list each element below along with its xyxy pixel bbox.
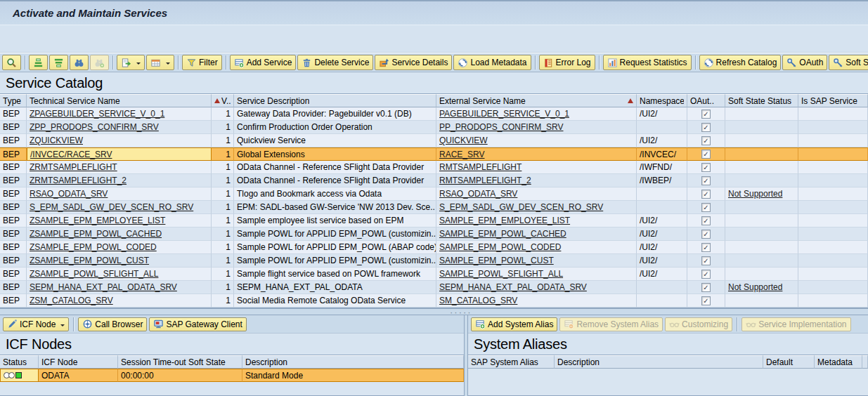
col-header-v[interactable]: V.. bbox=[212, 94, 234, 107]
soft-state-button[interactable]: Soft State bbox=[829, 55, 868, 70]
service-row[interactable]: BEPZQUICKVIEW1Quickview ServiceQUICKVIEW… bbox=[0, 134, 868, 147]
service-row[interactable]: BEPZPP_PRODOPS_CONFIRM_SRV1Confirm Produ… bbox=[0, 121, 868, 134]
col-header-service-description[interactable]: Service Description bbox=[234, 94, 436, 107]
service-row[interactable]: BEPZSAMPLE_POWL_SFLIGHT_ALL1Sample fligh… bbox=[0, 268, 868, 281]
oauth-checkbox[interactable]: ✓ bbox=[701, 283, 711, 292]
external-service-link[interactable]: RACE_SRV bbox=[439, 150, 484, 159]
oauth-checkbox[interactable]: ✓ bbox=[701, 123, 711, 132]
oauth-checkbox[interactable]: ✓ bbox=[701, 163, 711, 172]
external-service-link[interactable]: PAGEBUILDER_SERVICE_V_0_1 bbox=[439, 109, 569, 119]
technical-service-link[interactable]: ZQUICKVIEW bbox=[30, 136, 83, 145]
service-row[interactable]: BEPSEPM_HANA_EXT_PAL_ODATA_SRV1SEPM_HANA… bbox=[0, 281, 868, 294]
load-metadata-button[interactable]: Load Metadata bbox=[453, 55, 531, 70]
oauth-checkbox[interactable]: ✓ bbox=[701, 136, 711, 145]
technical-service-link[interactable]: ZRMTSAMPLEFLIGHT_2 bbox=[30, 176, 127, 185]
col-header-metadata[interactable]: Metadata bbox=[815, 355, 862, 369]
technical-service-link[interactable]: ZPP_PRODOPS_CONFIRM_SRV bbox=[30, 122, 159, 132]
external-service-link[interactable]: SAMPLE_EPM_POWL_CACHED bbox=[439, 229, 566, 239]
external-service-link[interactable]: SM_CATALOG_SRV bbox=[439, 296, 517, 305]
oauth-checkbox[interactable]: ✓ bbox=[701, 230, 711, 239]
col-header-icf-node[interactable]: ICF Node bbox=[39, 355, 118, 369]
col-header-col[interactable] bbox=[862, 355, 868, 369]
external-service-link[interactable]: PP_PRODOPS_CONFIRM_SRV bbox=[439, 122, 564, 132]
technical-service-link[interactable]: ZSM_CATALOG_SRV bbox=[30, 296, 113, 305]
technical-service-link[interactable]: SEPM_HANA_EXT_PAL_ODATA_SRV bbox=[30, 282, 177, 292]
add-service-button[interactable]: Add Service bbox=[230, 55, 297, 70]
oauth-checkbox[interactable]: ✓ bbox=[701, 270, 711, 279]
service-row[interactable]: BEP/INVCEC/RACE_SRV1Global ExtensionsRAC… bbox=[0, 147, 868, 161]
technical-service-link[interactable]: RSAO_ODATA_SRV bbox=[30, 189, 108, 199]
external-service-link[interactable]: SAMPLE_EPM_POWL_CODED bbox=[439, 242, 561, 252]
col-header-status[interactable]: Status bbox=[0, 355, 39, 369]
icf-node-button[interactable]: ICF Node bbox=[3, 317, 69, 331]
external-service-link[interactable]: SAMPLE_POWL_SFLIGHT_ALL bbox=[439, 269, 563, 279]
error-log-button[interactable]: Error Log bbox=[539, 55, 595, 70]
service-row[interactable]: BEPZSAMPLE_EPM_POWL_CODED1Sample POWL fo… bbox=[0, 241, 868, 254]
soft-state-link[interactable]: Not Supported bbox=[728, 282, 782, 292]
oauth-checkbox[interactable]: ✓ bbox=[701, 216, 711, 225]
technical-service-link[interactable]: ZSAMPLE_EPM_POWL_CODED bbox=[30, 242, 157, 252]
col-header-soft-state-status[interactable]: Soft State Status bbox=[725, 94, 798, 107]
refresh-catalog-button[interactable]: Refresh Catalog bbox=[699, 55, 782, 70]
external-service-link[interactable]: SEPM_HANA_EXT_PAL_ODATA_SRV bbox=[439, 282, 587, 292]
sap-gateway-client-button[interactable]: SAP Gateway Client bbox=[149, 317, 247, 331]
splitter-handle-icon[interactable]: ····· bbox=[450, 307, 472, 317]
col-header-is-sap-service[interactable]: Is SAP Service bbox=[798, 94, 868, 107]
technical-service-link[interactable]: ZSAMPLE_EPM_POWL_CUST bbox=[30, 256, 149, 265]
sort-ascending-button[interactable] bbox=[29, 55, 48, 70]
col-header-namespace[interactable]: Namespace bbox=[637, 94, 687, 107]
technical-service-link[interactable]: ZSAMPLE_EPM_POWL_CACHED bbox=[30, 229, 162, 239]
horizontal-splitter[interactable]: ····· bbox=[0, 308, 868, 315]
oauth-checkbox[interactable]: ✓ bbox=[701, 296, 711, 305]
col-header-oaut[interactable]: OAut.. bbox=[687, 94, 725, 107]
oauth-checkbox[interactable]: ✓ bbox=[701, 190, 711, 199]
col-header-external-service-name[interactable]: External Service Name bbox=[436, 94, 637, 107]
external-service-link[interactable]: SAMPLE_EPM_POWL_CUST bbox=[439, 256, 554, 265]
export-button[interactable] bbox=[117, 55, 145, 70]
service-row[interactable]: BEPZRMTSAMPLEFLIGHT_21OData Channel - Re… bbox=[0, 174, 868, 187]
service-row[interactable]: BEPZSAMPLE_EPM_POWL_CACHED1Sample POWL f… bbox=[0, 227, 868, 241]
service-row[interactable]: BEPZPAGEBUILDER_SERVICE_V_0_11Gateway Da… bbox=[0, 107, 868, 121]
find-button[interactable] bbox=[70, 55, 89, 70]
filter-button[interactable]: Filter bbox=[182, 55, 222, 70]
external-service-link[interactable]: RMTSAMPLEFLIGHT_2 bbox=[439, 176, 531, 185]
service-row[interactable]: BEPZSAMPLE_EPM_EMPLOYEE_LIST1Sample empl… bbox=[0, 214, 868, 227]
service-row[interactable]: BEPZRMTSAMPLEFLIGHT1OData Channel - Refe… bbox=[0, 161, 868, 174]
external-service-link[interactable]: QUICKVIEW bbox=[439, 136, 488, 145]
oauth-checkbox[interactable]: ✓ bbox=[701, 176, 711, 185]
icf-node-row[interactable]: ODATA00:00:00Standard Mode bbox=[0, 369, 464, 382]
external-service-link[interactable]: RMTSAMPLEFLIGHT bbox=[439, 162, 522, 172]
soft-state-link[interactable]: Not Supported bbox=[728, 189, 782, 199]
sort-descending-button[interactable] bbox=[49, 55, 68, 70]
external-service-link[interactable]: RSAO_ODATA_SRV bbox=[439, 189, 517, 199]
oauth-checkbox[interactable]: ✓ bbox=[701, 150, 711, 159]
technical-service-link[interactable]: ZSAMPLE_EPM_EMPLOYEE_LIST bbox=[30, 216, 165, 225]
col-header-description[interactable]: Description bbox=[555, 355, 763, 369]
oauth-checkbox[interactable]: ✓ bbox=[701, 203, 711, 212]
technical-service-link[interactable]: S_EPM_SADL_GW_DEV_SCEN_RO_SRV bbox=[30, 202, 193, 212]
col-header-sap-system-alias[interactable]: SAP System Alias bbox=[468, 355, 555, 369]
add-system-alias-button[interactable]: Add System Alias bbox=[471, 317, 557, 331]
service-row[interactable]: BEPZSAMPLE_EPM_POWL_CUST1Sample POWL for… bbox=[0, 254, 868, 268]
service-details-button[interactable]: Service Details bbox=[375, 55, 452, 70]
col-header-default[interactable]: Default bbox=[763, 355, 815, 369]
service-row[interactable]: BEPS_EPM_SADL_GW_DEV_SCEN_RO_SRV1EPM: SA… bbox=[0, 201, 868, 214]
technical-service-link[interactable]: ZPAGEBUILDER_SERVICE_V_0_1 bbox=[30, 109, 164, 119]
service-row[interactable]: BEPRSAO_ODATA_SRV1Tlogo and Bookmark acc… bbox=[0, 187, 868, 201]
service-row[interactable]: BEPZSM_CATALOG_SRV1Social Media Remote C… bbox=[0, 294, 868, 308]
col-header-type[interactable]: Type bbox=[0, 94, 27, 107]
technical-service-link[interactable]: /INVCEC/RACE_SRV bbox=[30, 150, 112, 159]
external-service-link[interactable]: S_EPM_SADL_GW_DEV_SCEN_RO_SRV bbox=[439, 202, 603, 212]
external-service-link[interactable]: SAMPLE_EPM_EMPLOYEE_LIST bbox=[439, 216, 570, 225]
col-header-technical-service-name[interactable]: Technical Service Name bbox=[27, 94, 212, 107]
request-statistics-button[interactable]: Request Statistics bbox=[603, 55, 692, 70]
technical-service-link[interactable]: ZSAMPLE_POWL_SFLIGHT_ALL bbox=[30, 269, 158, 279]
oauth-button[interactable]: OAuth bbox=[782, 55, 827, 70]
call-browser-button[interactable]: Call Browser bbox=[78, 317, 147, 331]
oauth-checkbox[interactable]: ✓ bbox=[701, 256, 711, 265]
oauth-checkbox[interactable]: ✓ bbox=[701, 110, 711, 119]
delete-service-button[interactable]: Delete Service bbox=[297, 55, 373, 70]
technical-service-link[interactable]: ZRMTSAMPLEFLIGHT bbox=[30, 162, 117, 172]
layout-button[interactable] bbox=[146, 55, 174, 70]
oauth-checkbox[interactable]: ✓ bbox=[701, 243, 711, 252]
